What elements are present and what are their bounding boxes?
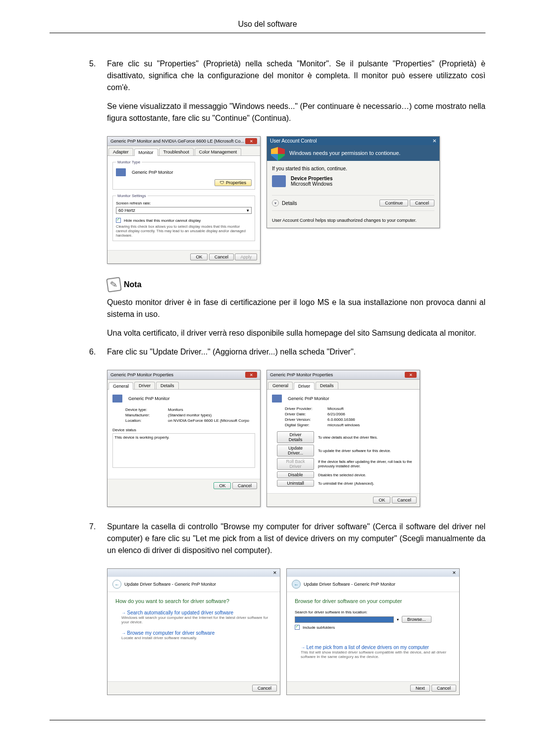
chevron-down-icon: ▾ [247,208,249,213]
uac-titlebar: User Account Control ✕ [267,137,439,145]
note-icon: ✎ [106,277,122,293]
monitor-name: Generic PnP Monitor [132,170,173,175]
step7-text: Spuntare la casella di controllo "Browse… [107,521,485,556]
tab-driver[interactable]: Driver [134,382,155,389]
properties-button[interactable]: 🛡 Properties [214,179,252,186]
include-subfolders-label: Include subfolders [303,625,335,630]
chevron-down-icon[interactable]: ▾ [272,200,279,206]
include-subfolders-checkbox[interactable] [295,625,300,630]
details-link[interactable]: Details [282,201,297,206]
close-icon[interactable]: ✕ [273,570,277,575]
next-button[interactable]: Next [410,685,430,692]
option-browse-desc: Locate and install driver software manua… [121,636,272,640]
dropdown-icon[interactable]: ▾ [397,617,399,622]
monitor-icon [116,168,126,176]
refresh-rate-label: Screen refresh rate: [116,201,252,205]
uac-banner: Windows needs your permission to contion… [267,145,439,161]
close-icon[interactable]: ✕ [432,138,436,144]
tab-driver[interactable]: Driver [294,382,315,390]
dialog-title: Generic PnP Monitor Properties [110,372,173,377]
page-header: Uso del software [50,20,485,33]
ok-button[interactable]: OK [373,497,390,504]
wizard-question: How do you want to search for driver sof… [115,598,272,604]
back-icon[interactable]: ← [112,580,121,589]
note-text2: Una volta certificato, il driver verrà r… [107,327,485,339]
step-number: 7. [89,521,96,533]
step-5: 5. Fare clic su "Properties" (Proprietà)… [89,58,485,124]
uninstall-button[interactable]: Uninstall [277,480,314,487]
note-label: Nota [124,280,142,289]
ok-button[interactable]: OK [190,253,208,260]
breadcrumb: Update Driver Software - Generic PnP Mon… [304,582,395,587]
tab-troubleshoot[interactable]: Troubleshoot [159,148,194,155]
tab-adapter[interactable]: Adapter [108,148,133,155]
monitor-icon [272,395,282,403]
close-icon[interactable]: ✕ [245,138,257,144]
disable-button[interactable]: Disable [277,471,314,478]
hide-modes-checkbox[interactable] [116,218,121,223]
dialog-titlebar: Generic PnP Monitor and NVIDIA GeForce 6… [107,137,260,146]
close-icon[interactable]: ✕ [405,372,417,378]
monitor-settings-label: Monitor Settings [116,194,148,198]
tab-strip: Adapter Monitor Troubleshoot Color Manag… [107,146,260,156]
tab-general[interactable]: General [268,382,293,389]
cancel-button[interactable]: Cancel [252,685,277,692]
breadcrumb: Update Driver Software - Generic PnP Mon… [124,582,216,587]
dialog-title: Generic PnP Monitor Properties [270,372,333,377]
option-browse[interactable]: Browse my computer for driver software [127,630,215,636]
cancel-button[interactable]: Cancel [431,685,456,692]
status-label: Device status [112,428,255,432]
apply-button[interactable]: Apply [235,253,257,260]
back-icon[interactable]: ← [292,580,301,589]
device-properties-driver: Generic PnP Monitor Properties✕ General … [267,370,420,507]
step-7: 7. Spuntare la casella di controllo "Bro… [89,521,485,556]
uac-instruction: If you started this action, continue. [272,166,434,171]
monitor-properties-dialog: Generic PnP Monitor and NVIDIA GeForce 6… [107,136,261,264]
step-number: 6. [89,346,96,358]
ok-button[interactable]: OK [214,482,231,489]
uac-footer-text: User Account Control helps stop unauthor… [272,215,434,223]
browse-button[interactable]: Browse... [402,616,431,623]
cancel-button[interactable]: Cancel [232,482,257,489]
close-icon[interactable]: ✕ [452,570,456,575]
uac-dialog: User Account Control ✕ Windows needs you… [267,136,440,228]
dialog-title: Generic PnP Monitor and NVIDIA GeForce 6… [110,139,244,144]
cancel-button[interactable]: Cancel [410,200,434,206]
cancel-button[interactable]: Cancel [392,497,417,504]
status-textarea: This device is working properly. [112,433,255,468]
program-vendor: Microsoft Windows [291,181,333,187]
device-properties-general: Generic PnP Monitor Properties✕ General … [107,370,261,507]
refresh-rate-dropdown[interactable]: 60 Hertz▾ [116,207,252,214]
step-number: 5. [89,58,96,70]
option-pick-list[interactable]: Let me pick from a list of device driver… [307,645,429,650]
tab-details[interactable]: Details [316,382,338,389]
update-driver-wizard-search: ✕ ← Update Driver Software - Generic PnP… [107,568,280,695]
device-name: Generic PnP Monitor [128,396,169,401]
tab-color[interactable]: Color Management [195,148,242,155]
device-name: Generic PnP Monitor [288,396,329,401]
step-6: 6. Fare clic su "Update Driver..." (Aggi… [89,346,485,358]
hide-modes-desc: Clearing this check box allows you to se… [116,224,252,238]
cancel-button[interactable]: Cancel [209,253,234,260]
step5-text2: Se viene visualizzato il messaggio "Wind… [107,101,485,124]
monitor-icon [112,395,122,403]
monitor-type-label: Monitor Type [116,160,142,164]
wizard-heading: Browse for driver software on your compu… [295,598,451,604]
path-input[interactable] [295,616,394,623]
option-auto-search[interactable]: Search automatically for updated driver … [127,610,234,615]
tab-monitor[interactable]: Monitor [134,149,158,156]
tab-general[interactable]: General [108,382,133,390]
program-name: Device Properties [291,176,333,181]
update-driver-button[interactable]: Update Driver... [277,445,314,456]
rollback-button[interactable]: Roll Back Driver [277,458,314,470]
shield-icon [271,147,285,161]
close-icon[interactable]: ✕ [245,372,257,378]
continue-button[interactable]: Continue [379,200,408,206]
option-auto-desc: Windows will search your computer and th… [121,615,272,624]
step5-text1: Fare clic su "Properties" (Proprietà) ne… [107,58,485,94]
hide-modes-label: Hide modes that this monitor cannot disp… [124,218,201,223]
note-text1: Questo monitor driver è in fase di certi… [107,297,485,320]
tab-details[interactable]: Details [156,382,179,389]
search-location-label: Search for driver software in this locat… [295,610,451,614]
driver-details-button[interactable]: Driver Details [277,431,314,443]
